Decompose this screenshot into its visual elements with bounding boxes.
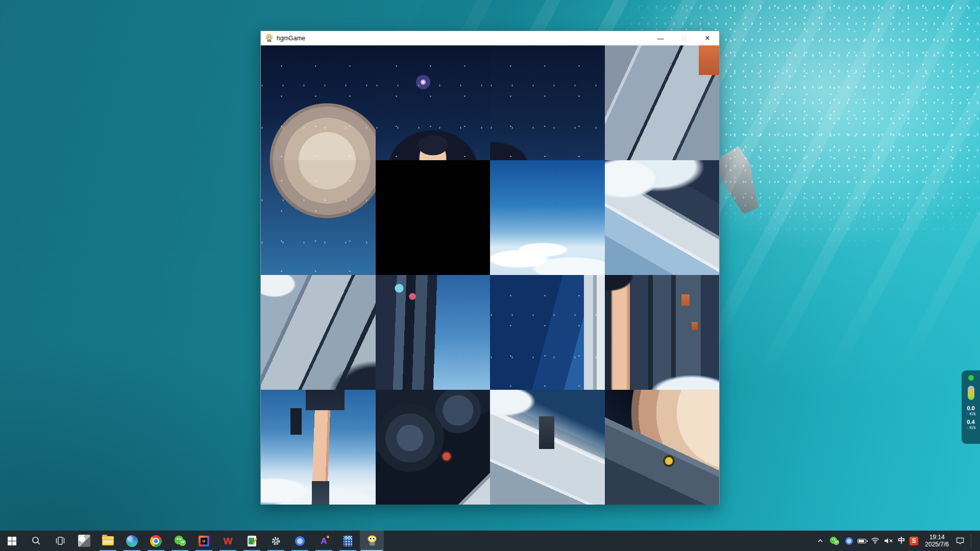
puzzle-tile-r1c1[interactable] [261,45,376,160]
puzzle-empty-slot [376,160,491,275]
taskbar-clock[interactable]: 19:14 2025/7/6 [923,534,951,548]
taskbar-item-wechat[interactable] [168,531,192,551]
sogou-ime-icon: S [910,537,918,545]
taskbar-item-ai-assistant[interactable]: A [312,531,336,551]
status-dot-icon [968,375,974,381]
maximize-button[interactable]: □ [672,31,696,45]
tray-input-language[interactable]: 中 [898,536,905,545]
ai-assistant-icon: A [321,537,327,545]
taskbar-item-intellij[interactable]: IJ [192,531,216,551]
download-speed-value: 0.4 [967,419,974,425]
clock-date: 2025/7/6 [925,541,949,548]
taskbar-item-wps[interactable]: W [216,531,240,551]
window-title: hgmGame [277,35,649,42]
blue-ring-app-icon [295,536,305,546]
puzzle-tile-r1c3[interactable] [490,45,605,160]
taskbar-item-clash[interactable] [288,531,312,551]
puzzle-tile-r1c2[interactable] [376,45,491,160]
notepad-icon [248,536,256,546]
hgm-game-window: hgmGame — □ × [260,31,720,505]
wifi-icon [871,537,879,544]
puzzle-tile-r3c2[interactable] [376,275,491,390]
taskbar-item-file-explorer[interactable] [96,531,120,551]
window-titlebar[interactable]: hgmGame — □ × [261,31,719,45]
wechat-icon [830,537,840,545]
chevron-up-icon [817,538,824,544]
puzzle-tile-r3c4[interactable] [605,275,720,390]
minimize-button[interactable]: — [649,31,672,45]
taskbar-item-calculator[interactable] [336,531,360,551]
tray-battery-button[interactable] [857,539,866,543]
intellij-idea-icon: IJ [199,536,209,546]
puzzle-tile-r2c3[interactable] [490,160,605,275]
puzzle-tile-r1c4[interactable] [605,45,720,160]
file-explorer-icon [102,536,114,545]
taskbar-item-notepad[interactable] [240,531,264,551]
volume-muted-icon [884,537,893,544]
taskbar-item-edge[interactable] [120,531,144,551]
wechat-icon [174,536,186,546]
taskbar-item-pygame-active[interactable] [360,531,384,551]
puzzle-tile-r3c3[interactable] [490,275,605,390]
taskbar-item-settings[interactable] [264,531,288,551]
puzzle-tile-r2c1[interactable] [261,160,376,275]
action-center-button[interactable] [955,537,965,545]
upload-arrow-icon: ↑ [966,411,968,416]
pygame-mascot-icon [265,34,274,43]
task-view-icon [55,536,65,546]
battery-pill-icon [968,386,974,400]
upload-speed-unit: ↑ K/s [966,411,976,417]
cat-photo-icon [78,535,90,547]
gear-icon [271,536,281,546]
puzzle-tile-r4c2[interactable] [376,390,491,505]
action-center-icon [955,537,965,545]
wps-office-icon: W [224,536,233,546]
chrome-browser-icon [150,535,162,547]
start-button[interactable] [0,531,24,551]
net-speed-widget[interactable]: 0.0 ↑ K/s 0.4 ↓ K/s [962,370,980,444]
upload-speed-value: 0.0 [967,405,974,411]
puzzle-tile-r4c1[interactable] [261,390,376,505]
clock-time: 19:14 [925,534,949,541]
calculator-icon [344,536,352,546]
task-view-button[interactable] [48,531,72,551]
pygame-mascot-icon [366,535,378,547]
close-button[interactable]: × [696,31,719,45]
download-speed-unit: ↓ K/s [966,425,976,431]
puzzle-tile-r2c4[interactable] [605,160,720,275]
puzzle-tile-r4c4[interactable] [605,390,720,505]
blue-ring-app-icon [845,537,853,545]
tray-separator [971,534,971,547]
tray-sogou-ime-button[interactable]: S [910,537,918,545]
windows-logo-icon [8,537,16,545]
search-icon [31,536,41,546]
search-button[interactable] [24,531,48,551]
tray-volume-button[interactable] [884,537,893,544]
taskbar-item-cat-app[interactable] [72,531,96,551]
puzzle-tile-r3c1[interactable] [261,275,376,390]
tray-wechat-button[interactable] [828,536,841,546]
taskbar-item-chrome[interactable] [144,531,168,551]
edge-browser-icon [126,535,138,547]
system-tray: 中 S 19:14 2025/7/6 [817,531,980,551]
tray-clash-button[interactable] [845,537,853,545]
puzzle-tile-r4c3[interactable] [490,390,605,505]
show-desktop-button[interactable] [976,531,978,551]
taskbar: IJ W A [0,531,980,551]
tray-chevron-button[interactable] [817,538,824,544]
puzzle-board [261,45,719,505]
tray-wifi-button[interactable] [871,537,879,544]
download-arrow-icon: ↓ [966,425,968,430]
taskbar-apps: IJ W A [0,531,384,551]
battery-charging-icon [857,539,866,543]
